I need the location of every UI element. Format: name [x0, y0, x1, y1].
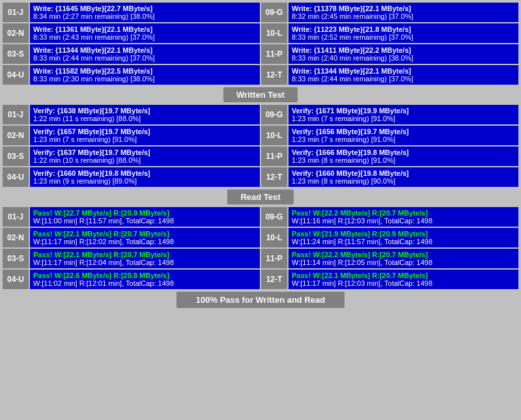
pass-cell-04u-line2: W:[11:02 min] R:[12:01 min], TotalCap: 1…: [33, 279, 257, 287]
verify-cell-04u: Verify: {1660 MByte}[19.8 MByte/s] 1:23 …: [30, 167, 260, 187]
written-test-label-row: Written Test: [3, 87, 518, 102]
pass-row-4: 04-U Pass! W:[22.6 MByte/s] R:[20.8 MByt…: [3, 270, 518, 289]
write-cell-11p: Write: {11411 MByte}[22.2 MByte/s] 8:33 …: [289, 44, 518, 64]
write-cell-12t-line1: Write: {11344 MByte}[22.1 MByte/s]: [292, 67, 515, 75]
pass-cell-01j-line2: W:[11:00 min] R:[11:57 min], TotalCap: 1…: [33, 217, 257, 225]
pass-row-1: 01-J Pass! W:[22.7 MByte/s] R:[20.9 MByt…: [3, 207, 518, 227]
label-02n-write: 02-N: [3, 23, 29, 43]
label-02n-verify: 02-N: [3, 126, 29, 145]
verify-cell-10l-line2: 1:23 min (7 s remaining) [91.0%]: [292, 135, 515, 143]
verify-cell-09g-line1: Verify: {1671 MByte}[19.9 MByte/s]: [292, 107, 515, 115]
write-cell-11p-line1: Write: {11411 MByte}[22.2 MByte/s]: [292, 46, 515, 54]
verify-row-3: 03-S Verify: {1637 MByte}[19.7 MByte/s] …: [3, 147, 518, 166]
pass-cell-02n: Pass! W:[22.1 MByte/s] R:[20.7 MByte/s] …: [30, 228, 260, 247]
verify-cell-09g-line2: 1:23 min (7 s remaining) [91.0%]: [292, 115, 515, 122]
write-cell-01j-line2: 8:34 min (2:27 min remaining) [38.0%]: [33, 12, 257, 20]
label-12t-write: 12-T: [261, 65, 287, 85]
label-09g-pass: 09-G: [261, 207, 287, 227]
verify-cell-10l: Verify: {1656 MByte}[19.7 MByte/s] 1:23 …: [289, 126, 518, 145]
verify-cell-04u-line1: Verify: {1660 MByte}[19.8 MByte/s]: [33, 169, 257, 177]
write-row-3: 03-S Write: {11344 MByte}[22.1 MByte/s] …: [3, 44, 518, 64]
write-cell-10l-line2: 8:33 min (2:52 min remaining) [37.0%]: [292, 33, 515, 41]
pass-cell-02n-line1: Pass! W:[22.1 MByte/s] R:[20.7 MByte/s]: [33, 230, 257, 238]
pass-cell-12t-line2: W:[11:17 min] R:[12:03 min], TotalCap: 1…: [292, 279, 515, 287]
write-cell-09g: Write: {11378 MByte}[22.1 MByte/s] 8:32 …: [289, 3, 518, 22]
label-09g-write: 09-G: [261, 3, 287, 22]
verify-row-2: 02-N Verify: {1657 MByte}[19.7 MByte/s] …: [3, 126, 518, 145]
pass-cell-09g-line2: W:[11:16 min] R:[12:03 min], TotalCap: 1…: [292, 217, 515, 225]
label-12t-verify: 12-T: [261, 167, 287, 187]
pass-row-2: 02-N Pass! W:[22.1 MByte/s] R:[20.7 MByt…: [3, 228, 518, 247]
label-01j-write: 01-J: [3, 3, 29, 22]
pass-cell-01j-line1: Pass! W:[22.7 MByte/s] R:[20.9 MByte/s]: [33, 209, 257, 217]
write-cell-09g-line2: 8:32 min (2:45 min remaining) [37.0%]: [292, 12, 515, 20]
write-cell-03s-line2: 8:33 min (2:44 min remaining) [37.0%]: [33, 54, 257, 62]
write-cell-02n-line1: Write: {11361 MByte}[22.1 MByte/s]: [33, 25, 257, 33]
label-03s-pass: 03-S: [3, 249, 29, 268]
verify-row-4: 04-U Verify: {1660 MByte}[19.8 MByte/s] …: [3, 167, 518, 187]
verify-cell-01j-line2: 1:22 min (11 s remaining) [88.0%]: [33, 115, 257, 122]
verify-cell-10l-line1: Verify: {1656 MByte}[19.7 MByte/s]: [292, 128, 515, 135]
label-04u-write: 04-U: [3, 65, 29, 85]
verify-cell-03s-line1: Verify: {1637 MByte}[19.7 MByte/s]: [33, 148, 257, 156]
pass-section: 01-J Pass! W:[22.7 MByte/s] R:[20.9 MByt…: [3, 207, 518, 289]
pass-cell-02n-line2: W:[11:17 min] R:[12:02 min], TotalCap: 1…: [33, 238, 257, 245]
pass-cell-04u-line1: Pass! W:[22.6 MByte/s] R:[20.8 MByte/s]: [33, 272, 257, 279]
pass-cell-11p: Pass! W:[22.2 MByte/s] R:[20.7 MByte/s] …: [289, 249, 518, 268]
pass-cell-10l: Pass! W:[21.9 MByte/s] R:[20.9 MByte/s] …: [289, 228, 518, 247]
write-cell-09g-line1: Write: {11378 MByte}[22.1 MByte/s]: [292, 5, 515, 12]
write-cell-02n-line2: 8:33 min (2:43 min remaining) [37.0%]: [33, 33, 257, 41]
verify-cell-11p-line1: Verify: {1666 MByte}[19.8 MByte/s]: [292, 148, 515, 156]
write-cell-12t-line2: 8:33 min (2:44 min remaining) [37.0%]: [292, 75, 515, 83]
write-cell-10l-line1: Write: {11223 MByte}[21.8 MByte/s]: [292, 25, 515, 33]
verify-cell-12t-line1: Verify: {1660 MByte}[19.8 MByte/s]: [292, 169, 515, 177]
pass-cell-12t: Pass! W:[22.1 MByte/s] R:[20.7 MByte/s] …: [289, 270, 518, 289]
write-cell-04u-line2: 8:33 min (2:30 min remaining) [38.0%]: [33, 75, 257, 83]
pass-cell-01j: Pass! W:[22.7 MByte/s] R:[20.9 MByte/s] …: [30, 207, 260, 227]
label-10l-pass: 10-L: [261, 228, 287, 247]
write-cell-10l: Write: {11223 MByte}[21.8 MByte/s] 8:33 …: [289, 23, 518, 43]
pass-cell-10l-line2: W:[11:24 min] R:[11:57 min], TotalCap: 1…: [292, 238, 515, 245]
label-02n-pass: 02-N: [3, 228, 29, 247]
verify-section: 01-J Verify: {1638 MByte}[19.7 MByte/s] …: [3, 105, 518, 187]
pass-cell-09g: Pass! W:[22.2 MByte/s] R:[20.7 MByte/s] …: [289, 207, 518, 227]
verify-cell-12t-line2: 1:23 min (8 s remaining) [90.0%]: [292, 177, 515, 185]
label-12t-pass: 12-T: [261, 270, 287, 289]
read-test-label-row: Read Test: [3, 189, 518, 204]
write-cell-03s-line1: Write: {11344 MByte}[22.1 MByte/s]: [33, 46, 257, 54]
verify-cell-09g: Verify: {1671 MByte}[19.9 MByte/s] 1:23 …: [289, 105, 518, 124]
footer-row: 100% Pass for Written and Read: [3, 292, 518, 311]
pass-cell-11p-line2: W:[11:14 min] R:[12:05 min], TotalCap: 1…: [292, 259, 515, 266]
pass-cell-03s: Pass! W:[22.1 MByte/s] R:[20.7 MByte/s] …: [30, 249, 260, 268]
write-row-2: 02-N Write: {11361 MByte}[22.1 MByte/s] …: [3, 23, 518, 43]
verify-cell-11p-line2: 1:23 min (8 s remaining) [91.0%]: [292, 156, 515, 164]
label-11p-verify: 11-P: [261, 147, 287, 166]
write-row-1: 01-J Write: {11645 MByte}[22.7 MByte/s] …: [3, 3, 518, 22]
pass-cell-11p-line1: Pass! W:[22.2 MByte/s] R:[20.7 MByte/s]: [292, 251, 515, 259]
verify-cell-04u-line2: 1:23 min (9 s remaining) [89.0%]: [33, 177, 257, 185]
label-10l-write: 10-L: [261, 23, 287, 43]
written-test-label: Written Test: [223, 87, 298, 102]
verify-cell-03s-line2: 1:22 min (10 s remaining) [88.0%]: [33, 156, 257, 164]
verify-cell-01j: Verify: {1638 MByte}[19.7 MByte/s] 1:22 …: [30, 105, 260, 124]
pass-cell-09g-line1: Pass! W:[22.2 MByte/s] R:[20.7 MByte/s]: [292, 209, 515, 217]
write-cell-12t: Write: {11344 MByte}[22.1 MByte/s] 8:33 …: [289, 65, 518, 85]
pass-cell-04u: Pass! W:[22.6 MByte/s] R:[20.8 MByte/s] …: [30, 270, 260, 289]
write-cell-01j-line1: Write: {11645 MByte}[22.7 MByte/s]: [33, 5, 257, 12]
verify-cell-12t: Verify: {1660 MByte}[19.8 MByte/s] 1:23 …: [289, 167, 518, 187]
write-cell-01j: Write: {11645 MByte}[22.7 MByte/s] 8:34 …: [30, 3, 260, 22]
pass-cell-10l-line1: Pass! W:[21.9 MByte/s] R:[20.9 MByte/s]: [292, 230, 515, 238]
write-cell-02n: Write: {11361 MByte}[22.1 MByte/s] 8:33 …: [30, 23, 260, 43]
label-01j-pass: 01-J: [3, 207, 29, 227]
verify-cell-01j-line1: Verify: {1638 MByte}[19.7 MByte/s]: [33, 107, 257, 115]
label-04u-verify: 04-U: [3, 167, 29, 187]
label-01j-verify: 01-J: [3, 105, 29, 124]
write-cell-03s: Write: {11344 MByte}[22.1 MByte/s] 8:33 …: [30, 44, 260, 64]
footer-label: 100% Pass for Written and Read: [176, 292, 345, 308]
label-03s-verify: 03-S: [3, 147, 29, 166]
pass-cell-03s-line2: W:[11:17 min] R:[12:04 min], TotalCap: 1…: [33, 259, 257, 266]
label-04u-pass: 04-U: [3, 270, 29, 289]
verify-row-1: 01-J Verify: {1638 MByte}[19.7 MByte/s] …: [3, 105, 518, 124]
label-03s-write: 03-S: [3, 44, 29, 64]
write-cell-04u-line1: Write: {11582 MByte}[22.5 MByte/s]: [33, 67, 257, 75]
